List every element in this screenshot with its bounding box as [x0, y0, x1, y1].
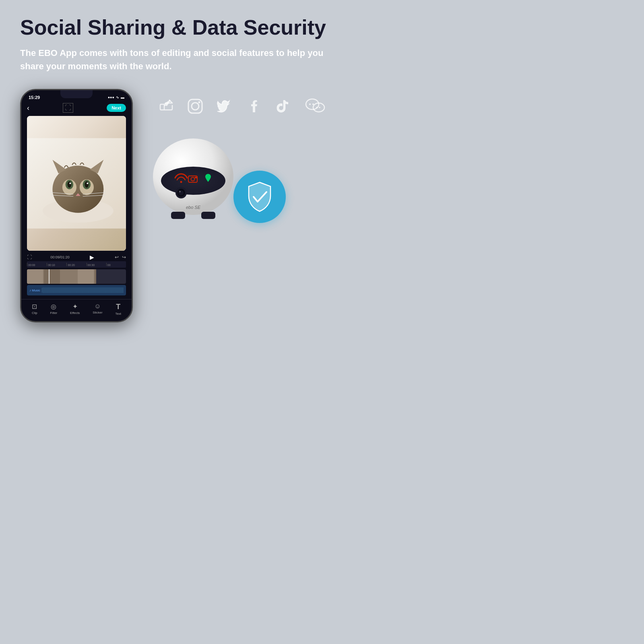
tiktok-icon: [275, 97, 294, 118]
time-display: 00:09/01:20: [50, 255, 70, 259]
video-thumbnail-strip: [27, 269, 96, 284]
music-track: ♪ Music: [27, 285, 126, 295]
robot-security-area: ebo SE: [149, 138, 286, 227]
text-label: Text: [115, 312, 121, 316]
svg-point-31: [316, 107, 318, 108]
svg-point-35: [180, 181, 182, 183]
clip-label: Clip: [32, 311, 37, 315]
ruler-tick: 00:00: [27, 263, 47, 266]
tool-filter[interactable]: ◎ Filter: [50, 303, 57, 316]
svg-point-28: [309, 103, 311, 105]
svg-point-9: [68, 182, 72, 188]
shield-icon: [246, 181, 274, 213]
tool-effects[interactable]: ✦ Effects: [70, 303, 80, 316]
phone-notch: [60, 90, 93, 98]
page-title: Social Sharing & Data Security: [20, 16, 407, 39]
battery-icon: ▬: [121, 95, 124, 99]
tool-sticker[interactable]: ☺ Sticker: [93, 303, 102, 316]
back-button[interactable]: ‹: [27, 104, 29, 112]
svg-point-25: [192, 103, 199, 110]
ruler-tick: 00:30: [87, 263, 106, 266]
fullscreen-icon[interactable]: ⛶: [27, 254, 32, 260]
phone-wrapper: 15:29 ●●● ∿ ▬ ‹ ⛶ Next: [20, 89, 137, 322]
content-area: 15:29 ●●● ∿ ▬ ‹ ⛶ Next: [20, 89, 407, 322]
sticker-label: Sticker: [93, 311, 102, 314]
play-button[interactable]: ▶: [88, 253, 96, 261]
svg-rect-24: [188, 99, 202, 113]
status-icons: ●●● ∿ ▬: [108, 95, 124, 99]
right-content: ebo SE: [149, 89, 407, 227]
svg-point-2: [52, 166, 103, 213]
music-waveform: [42, 287, 124, 293]
expand-icon[interactable]: ⛶: [63, 103, 73, 113]
phone-bottom-bar: ⊡ Clip ◎ Filter ✦ Effects ☺: [21, 299, 132, 321]
page-subtitle: The EBO App comes with tons of editing a…: [20, 46, 334, 73]
twitter-icon: [216, 97, 234, 118]
robot-main-sphere: ebo SE: [149, 138, 237, 219]
phone-mockup: 15:29 ●●● ∿ ▬ ‹ ⛶ Next: [20, 89, 133, 322]
music-note-icon: ♪ Music: [29, 289, 40, 292]
social-icons-row: [157, 97, 325, 118]
ruler-marks: 00:00 00:10 00:20 00:30 00: [27, 261, 126, 268]
svg-rect-38: [195, 177, 197, 178]
status-time: 15:29: [29, 95, 40, 100]
svg-point-11: [69, 183, 71, 184]
sticker-icon: ☺: [94, 303, 101, 310]
ruler-tick: 00:20: [66, 263, 86, 266]
svg-point-32: [319, 107, 320, 108]
ruler-tick: 00: [106, 263, 126, 266]
filter-icon: ◎: [51, 303, 56, 310]
svg-point-42: [179, 191, 181, 192]
effects-label: Effects: [70, 311, 80, 315]
text-icon: T: [116, 303, 120, 311]
svg-point-12: [87, 183, 88, 184]
next-button[interactable]: Next: [107, 104, 126, 112]
phone-toolbar: ‹ ⛶ Next: [21, 101, 132, 116]
share-icon: [157, 97, 175, 118]
ruler-tick: 00:10: [47, 263, 66, 266]
svg-rect-21: [61, 269, 77, 284]
playback-controls: ⛶ 00:09/01:20 ▶ ↩ ↪: [27, 253, 126, 261]
filter-label: Filter: [50, 311, 57, 315]
cat-image: [27, 116, 126, 251]
svg-rect-19: [27, 269, 43, 284]
svg-rect-20: [44, 269, 60, 284]
instagram-icon: [186, 97, 204, 118]
clip-icon: ⊡: [32, 303, 37, 310]
redo-icon[interactable]: ↪: [122, 254, 126, 260]
wifi-icon: ∿: [116, 95, 119, 99]
svg-rect-23: [95, 269, 96, 284]
svg-rect-22: [78, 269, 94, 284]
timeline-area: ⛶ 00:09/01:20 ▶ ↩ ↪ 00:00: [21, 251, 132, 299]
effects-icon: ✦: [72, 303, 78, 310]
facebook-icon: [246, 97, 264, 118]
phone-screen: 15:29 ●●● ∿ ▬ ‹ ⛶ Next: [21, 90, 132, 321]
svg-rect-44: [201, 212, 215, 219]
timeline-ruler: 00:00 00:10 00:20 00:30 00: [27, 261, 126, 268]
playhead: [49, 269, 50, 284]
ebo-robot: ebo SE: [149, 138, 246, 227]
svg-text:ebo SE: ebo SE: [186, 205, 201, 210]
svg-rect-43: [171, 212, 185, 219]
video-track: [27, 269, 126, 284]
svg-point-26: [198, 101, 200, 103]
undo-icon[interactable]: ↩: [115, 254, 119, 260]
undo-redo: ↩ ↪: [115, 254, 126, 260]
wechat-icon: [305, 97, 325, 118]
tool-clip[interactable]: ⊡ Clip: [32, 303, 37, 316]
video-preview: [27, 116, 126, 251]
page-container: Social Sharing & Data Security The EBO A…: [0, 0, 427, 427]
svg-point-10: [85, 182, 89, 188]
tool-text[interactable]: T Text: [115, 303, 121, 316]
signal-icon: ●●●: [108, 95, 114, 99]
